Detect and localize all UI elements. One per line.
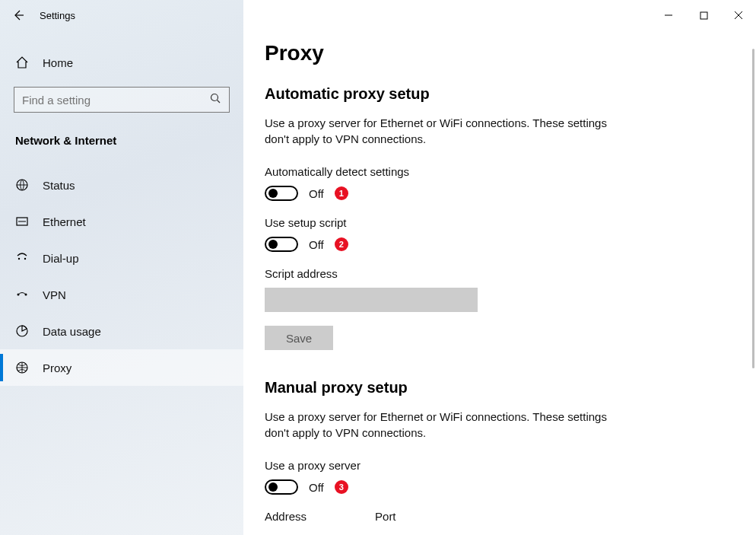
home-link[interactable]: Home (0, 46, 243, 79)
manual-port-label: Port (375, 510, 396, 523)
home-icon (15, 56, 29, 69)
auto-detect-label: Automatically detect settings (265, 165, 726, 178)
svg-point-5 (24, 258, 26, 260)
titlebar: Settings (0, 0, 756, 30)
proxy-icon (15, 361, 29, 374)
annotation-badge-1: 1 (335, 186, 348, 200)
dialup-icon (15, 251, 29, 265)
sidebar-item-status[interactable]: Status (0, 167, 243, 203)
vpn-icon (15, 288, 29, 301)
minimize-icon (664, 11, 673, 20)
sidebar-item-datausage[interactable]: Data usage (0, 313, 243, 349)
sidebar-item-label: Data usage (43, 325, 101, 338)
save-button[interactable]: Save (265, 326, 333, 350)
close-icon (734, 11, 743, 20)
arrow-left-icon (12, 9, 24, 21)
search-input[interactable] (22, 94, 210, 107)
manual-description: Use a proxy server for Ethernet or WiFi … (265, 409, 615, 441)
sidebar-item-label: VPN (43, 288, 66, 301)
scrollbar[interactable] (752, 49, 754, 368)
maximize-button[interactable] (686, 4, 721, 27)
script-address-label: Script address (265, 267, 726, 280)
manual-address-label: Address (265, 510, 307, 523)
window-controls (651, 4, 756, 27)
status-icon (15, 178, 29, 192)
ethernet-icon (15, 215, 29, 228)
home-label: Home (43, 56, 73, 69)
window-title: Settings (40, 10, 75, 21)
data-usage-icon (15, 324, 29, 338)
annotation-badge-3: 3 (335, 480, 348, 494)
sidebar-item-label: Dial-up (43, 252, 79, 265)
auto-detect-state: Off (309, 187, 324, 200)
sidebar-item-ethernet[interactable]: Ethernet (0, 203, 243, 240)
setup-script-toggle[interactable] (265, 237, 298, 252)
use-proxy-label: Use a proxy server (265, 459, 726, 472)
sidebar-item-label: Proxy (43, 361, 71, 374)
manual-heading: Manual proxy setup (265, 379, 726, 396)
maximize-icon (700, 11, 708, 20)
auto-heading: Automatic proxy setup (265, 85, 726, 103)
use-proxy-toggle[interactable] (265, 479, 298, 495)
sidebar-item-label: Ethernet (43, 215, 86, 228)
auto-detect-toggle[interactable] (265, 186, 298, 201)
page-title: Proxy (265, 41, 726, 65)
category-label: Network & Internet (0, 113, 243, 153)
minimize-button[interactable] (651, 4, 686, 27)
setup-script-state: Off (309, 238, 324, 251)
search-icon (210, 93, 221, 107)
svg-rect-0 (700, 12, 707, 19)
sidebar-item-label: Status (43, 179, 75, 192)
auto-description: Use a proxy server for Ethernet or WiFi … (265, 115, 615, 147)
nav-list: Status Ethernet Dial-up VPN (0, 167, 243, 386)
annotation-badge-2: 2 (335, 237, 348, 251)
script-address-input[interactable] (265, 288, 478, 312)
back-button[interactable] (0, 0, 37, 30)
sidebar-item-dialup[interactable]: Dial-up (0, 240, 243, 276)
content-area: Proxy Automatic proxy setup Use a proxy … (243, 0, 756, 535)
svg-point-1 (211, 94, 218, 100)
sidebar-item-proxy[interactable]: Proxy (0, 349, 243, 386)
svg-point-4 (18, 258, 20, 260)
sidebar-item-vpn[interactable]: VPN (0, 276, 243, 313)
use-proxy-state: Off (309, 481, 324, 494)
search-box[interactable] (14, 87, 230, 113)
close-button[interactable] (721, 4, 756, 27)
sidebar: Home Network & Internet Status Ethernet (0, 0, 243, 535)
setup-script-label: Use setup script (265, 216, 726, 229)
